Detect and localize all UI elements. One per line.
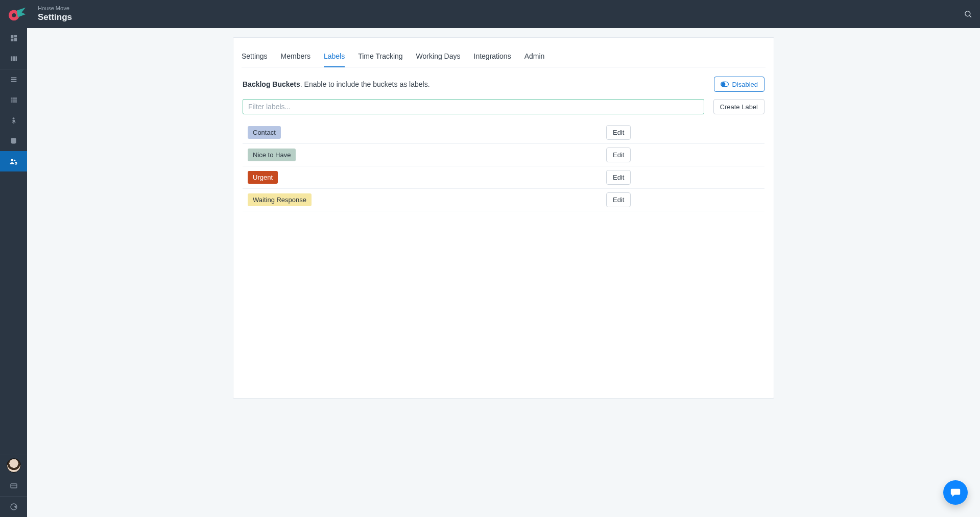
tab-members[interactable]: Members <box>281 47 310 67</box>
nav-logout-icon[interactable] <box>0 497 27 517</box>
tab-labels[interactable]: Labels <box>324 47 345 67</box>
svg-rect-5 <box>14 35 16 37</box>
chat-icon <box>950 487 961 498</box>
nav-dashboard-icon[interactable] <box>0 28 27 48</box>
svg-line-3 <box>969 16 971 17</box>
toggle-off-icon <box>721 81 729 87</box>
svg-rect-7 <box>11 39 13 41</box>
backlog-text: Backlog Buckets. Enable to include the b… <box>243 80 430 88</box>
search-icon[interactable] <box>955 0 980 28</box>
tab-working-days[interactable]: Working Days <box>416 47 461 67</box>
label-chip: Urgent <box>248 171 278 184</box>
svg-rect-25 <box>11 484 17 488</box>
nav-activity-icon[interactable] <box>0 110 27 131</box>
svg-rect-15 <box>12 97 17 99</box>
nav-team-settings-icon[interactable] <box>0 151 27 171</box>
topbar: House Move Settings <box>0 0 980 28</box>
tab-admin[interactable]: Admin <box>524 47 545 67</box>
svg-rect-16 <box>11 100 12 101</box>
filter-row: Create Label <box>242 99 766 121</box>
chat-fab[interactable] <box>943 480 968 505</box>
svg-rect-12 <box>11 79 16 80</box>
nav-billing-icon[interactable] <box>0 476 27 496</box>
page-title: Settings <box>38 12 72 23</box>
svg-point-1 <box>12 13 16 17</box>
nav-database-icon[interactable] <box>0 131 27 151</box>
settings-card: SettingsMembersLabelsTime TrackingWorkin… <box>233 37 774 399</box>
settings-tabs: SettingsMembersLabelsTime TrackingWorkin… <box>242 45 766 67</box>
nav-list-1-icon[interactable] <box>0 69 27 90</box>
label-row: ContactEdit <box>243 121 764 144</box>
svg-rect-17 <box>12 100 17 101</box>
backlog-section: Backlog Buckets. Enable to include the b… <box>242 67 766 99</box>
tab-settings[interactable]: Settings <box>242 47 268 67</box>
tab-time-tracking[interactable]: Time Tracking <box>358 47 402 67</box>
svg-point-2 <box>965 11 970 16</box>
tab-integrations[interactable]: Integrations <box>474 47 511 67</box>
filter-labels-input[interactable] <box>243 99 704 114</box>
svg-rect-14 <box>11 97 12 99</box>
app-logo[interactable] <box>7 5 27 24</box>
label-row: Nice to HaveEdit <box>243 144 764 166</box>
create-label-button[interactable]: Create Label <box>713 99 764 114</box>
backlog-title: Backlog Buckets <box>243 80 300 88</box>
edit-label-button[interactable]: Edit <box>606 147 631 162</box>
label-chip: Nice to Have <box>248 149 296 161</box>
label-chip: Waiting Response <box>248 193 312 206</box>
svg-point-20 <box>13 117 15 119</box>
svg-rect-13 <box>11 81 16 82</box>
label-chip: Contact <box>248 126 281 139</box>
breadcrumb: House Move Settings <box>38 5 72 23</box>
svg-point-29 <box>722 83 725 86</box>
svg-rect-8 <box>11 56 12 61</box>
main-area: SettingsMembersLabelsTime TrackingWorkin… <box>27 28 980 517</box>
backlog-description: . Enable to include the buckets as label… <box>300 80 430 88</box>
svg-rect-6 <box>14 38 16 41</box>
svg-rect-11 <box>11 77 16 78</box>
label-row: Waiting ResponseEdit <box>243 189 764 211</box>
label-list: ContactEditNice to HaveEditUrgentEditWai… <box>242 121 766 211</box>
edit-label-button[interactable]: Edit <box>606 192 631 207</box>
svg-rect-18 <box>11 102 12 103</box>
avatar-image <box>7 458 21 473</box>
breadcrumb-project[interactable]: House Move <box>38 5 72 12</box>
nav-list-2-icon[interactable] <box>0 90 27 110</box>
edit-label-button[interactable]: Edit <box>606 170 631 185</box>
svg-rect-10 <box>15 56 17 61</box>
backlog-toggle-label: Disabled <box>732 81 758 88</box>
svg-rect-19 <box>12 102 17 103</box>
avatar[interactable] <box>0 455 27 476</box>
sidenav <box>0 28 27 517</box>
svg-point-22 <box>11 159 13 161</box>
label-row: UrgentEdit <box>243 166 764 189</box>
backlog-toggle-button[interactable]: Disabled <box>714 77 764 92</box>
svg-point-23 <box>14 159 15 161</box>
svg-rect-4 <box>11 35 13 38</box>
svg-rect-9 <box>13 56 14 61</box>
nav-board-icon[interactable] <box>0 48 27 69</box>
edit-label-button[interactable]: Edit <box>606 125 631 140</box>
